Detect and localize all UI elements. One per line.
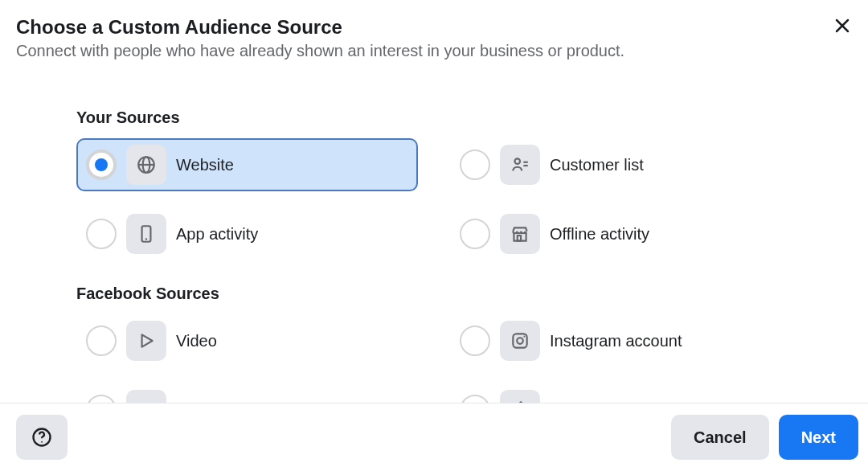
instagram-icon [500, 321, 540, 361]
svg-point-20 [41, 441, 43, 443]
option-offline-activity[interactable]: Offline activity [450, 207, 792, 260]
svg-point-13 [517, 338, 523, 344]
cancel-button[interactable]: Cancel [671, 415, 769, 460]
customer-list-icon [500, 145, 540, 185]
globe-icon [126, 145, 166, 185]
radio-button[interactable] [460, 219, 490, 249]
section-title-your-sources: Your Sources [76, 109, 792, 127]
modal-footer: Cancel Next [0, 403, 868, 471]
radio-button[interactable] [86, 149, 117, 180]
option-instagram-account[interactable]: Instagram account [450, 314, 792, 367]
close-icon[interactable] [833, 16, 852, 35]
radio-button[interactable] [460, 326, 490, 356]
option-label: Offline activity [550, 225, 649, 244]
phone-icon [126, 214, 166, 254]
option-video[interactable]: Video [76, 314, 418, 367]
option-label: Instagram account [550, 332, 682, 350]
store-icon [500, 214, 540, 254]
modal-content: Your Sources Website [0, 60, 868, 436]
svg-marker-11 [142, 334, 153, 346]
option-label: Customer list [550, 156, 644, 174]
modal-subtitle: Connect with people who have already sho… [16, 42, 624, 60]
help-icon [31, 426, 53, 448]
radio-button[interactable] [86, 326, 117, 356]
radio-button[interactable] [86, 219, 117, 249]
option-customer-list[interactable]: Customer list [450, 138, 792, 191]
modal-title: Choose a Custom Audience Source [16, 16, 624, 39]
option-label: Website [176, 156, 234, 174]
svg-point-5 [515, 158, 521, 164]
svg-rect-10 [518, 236, 521, 241]
option-app-activity[interactable]: App activity [76, 207, 418, 260]
option-website[interactable]: Website [76, 138, 418, 191]
option-label: App activity [176, 225, 258, 244]
option-label: Video [176, 332, 217, 350]
help-button[interactable] [16, 415, 68, 460]
svg-point-14 [523, 336, 525, 338]
radio-button[interactable] [460, 149, 490, 180]
modal-header: Choose a Custom Audience Source Connect … [0, 0, 868, 60]
your-sources-grid: Website Customer list [76, 138, 792, 260]
section-title-facebook-sources: Facebook Sources [76, 285, 792, 303]
next-button[interactable]: Next [779, 415, 858, 460]
play-icon [126, 321, 166, 361]
